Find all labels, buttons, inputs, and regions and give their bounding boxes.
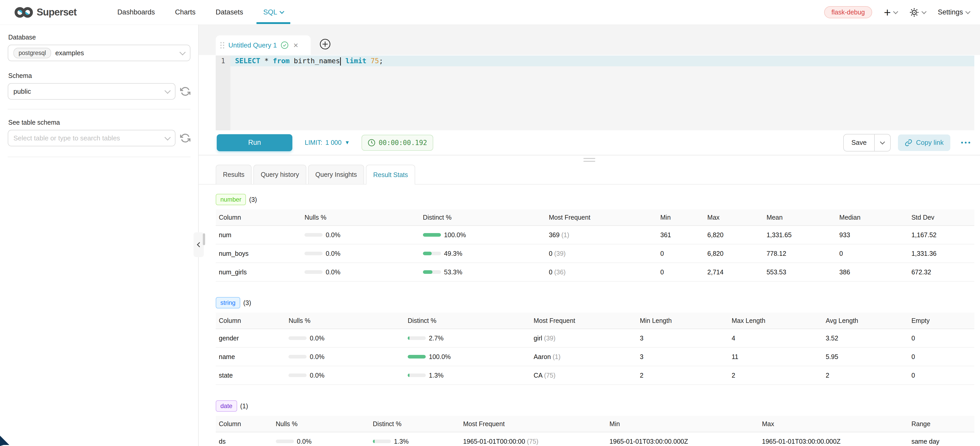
distinct-percent-label: 2.7% [429, 334, 444, 342]
resize-handle[interactable] [584, 158, 595, 164]
settings-menu[interactable]: Settings [938, 8, 970, 16]
close-icon[interactable]: × [293, 42, 298, 49]
nav-item-label: Dashboards [118, 8, 155, 16]
save-dropdown-button[interactable] [874, 134, 890, 151]
sql-editor[interactable]: 1 SELECT * from birth_names limit 75; [216, 55, 974, 131]
refresh-tables-button[interactable] [180, 133, 191, 143]
refresh-icon [180, 133, 191, 143]
table-row: gender0.0%2.7%girl (39)343.520 [216, 329, 974, 347]
most-frequent-count: (1) [560, 231, 570, 239]
schema-select[interactable]: public [8, 83, 175, 100]
distinct-bar [423, 233, 441, 237]
sql-token [366, 57, 371, 65]
gutter-line-number: 1 [216, 56, 231, 66]
cell-column: ds [216, 432, 273, 446]
most-frequent-value: 369 [549, 231, 560, 239]
cell-max_length: 2 [729, 366, 822, 385]
new-tab-button[interactable] [319, 38, 331, 50]
cell-distinct: 49.3% [420, 244, 546, 263]
cell-std_dev: 1,167.52 [908, 226, 974, 244]
theme-toggle[interactable] [909, 8, 926, 17]
query-tab-strip: Untitled Query 1 × [199, 25, 980, 55]
distinct-percent-label: 100.0% [444, 231, 466, 239]
stats-table: ColumnNulls %Distinct %Most FrequentMinM… [216, 209, 974, 282]
database-select[interactable]: postgresql examples [8, 45, 191, 61]
nulls-bar [304, 233, 323, 237]
cell-most_frequent: girl (39) [530, 329, 637, 347]
column-count: (3) [249, 196, 257, 203]
column-count: (1) [240, 402, 248, 410]
limit-label: LIMIT: [305, 139, 322, 147]
sql-token: from [273, 57, 290, 65]
nav-item-charts[interactable]: Charts [175, 8, 196, 16]
stats-sections: number(3)ColumnNulls %Distinct %Most Fre… [216, 194, 974, 446]
nulls-percent-label: 0.0% [310, 353, 325, 361]
nav-item-label: Datasets [216, 8, 243, 16]
cell-min: 0 [657, 244, 704, 263]
settings-label: Settings [938, 8, 963, 16]
most-frequent-count: (1) [551, 353, 561, 360]
distinct-bar [373, 440, 391, 443]
cell-distinct: 1.3% [370, 432, 460, 446]
superset-logo[interactable]: Superset [14, 6, 76, 18]
drag-handle-icon[interactable] [220, 42, 224, 49]
cell-mean: 553.53 [764, 263, 836, 281]
result-tab-results[interactable]: Results [216, 165, 251, 184]
type-badge: number [216, 194, 246, 205]
nulls-bar [288, 373, 307, 377]
distinct-percent-label: 1.3% [429, 372, 444, 379]
app-header: Superset DashboardsChartsDatasetsSQL fla… [0, 0, 980, 25]
nav-item-sql[interactable]: SQL [263, 8, 283, 16]
stats-section-string: string(3)ColumnNulls %Distinct %Most Fre… [216, 297, 974, 385]
scrollbar-thumb[interactable] [203, 233, 205, 245]
run-button[interactable]: Run [217, 134, 292, 151]
cell-empty: 0 [908, 366, 974, 385]
cell-max: 6,820 [704, 226, 763, 244]
chevron-down-icon [280, 9, 284, 14]
plus-circle-icon [319, 38, 331, 50]
database-engine-tag: postgresql [13, 48, 51, 58]
cell-column: name [216, 347, 285, 366]
refresh-icon [180, 86, 191, 97]
table-row: num0.0%100.0%369 (1)3616,8201,331.659331… [216, 226, 974, 244]
editor-toolbar: Run LIMIT: 1 000 ▼ 00:00:00.192 Save [199, 131, 980, 155]
elapsed-time: 00:00:00.192 [379, 139, 427, 147]
cell-std_dev: 1,331.36 [908, 244, 974, 263]
nulls-percent-label: 0.0% [297, 438, 312, 445]
refresh-schemas-button[interactable] [180, 86, 191, 97]
sql-token: limit [345, 57, 366, 65]
environment-badge: flask-debug [824, 6, 872, 18]
nav-item-dashboards[interactable]: Dashboards [118, 8, 155, 16]
query-tab[interactable]: Untitled Query 1 × [216, 35, 311, 55]
more-options-button[interactable] [959, 139, 973, 146]
distinct-bar-fill [408, 336, 409, 340]
column-header-column: Column [216, 209, 301, 226]
save-button[interactable]: Save [844, 134, 874, 151]
cell-empty: 0 [908, 347, 974, 366]
cell-most_frequent: 0 (39) [546, 244, 657, 263]
result-tab-query-insights[interactable]: Query Insights [308, 165, 364, 184]
distinct-percent-label: 49.3% [444, 250, 462, 257]
brand-wordmark: Superset [37, 7, 76, 18]
result-tab-query-history[interactable]: Query history [253, 165, 306, 184]
cell-nulls: 0.0% [285, 329, 404, 347]
nav-item-label: Charts [175, 8, 196, 16]
table-select[interactable]: Select table or type to search tables [8, 130, 175, 147]
query-tab-title: Untitled Query 1 [228, 41, 277, 49]
limit-dropdown[interactable]: LIMIT: 1 000 ▼ [305, 139, 350, 147]
new-item-button[interactable]: + [884, 7, 898, 18]
result-tab-result-stats[interactable]: Result Stats [366, 165, 415, 185]
nulls-bar [304, 252, 323, 255]
nav-item-datasets[interactable]: Datasets [216, 8, 243, 16]
copy-link-button[interactable]: Copy link [898, 134, 950, 151]
cell-distinct: 100.0% [420, 226, 546, 244]
plus-icon: + [884, 7, 891, 18]
column-header-mean: Mean [764, 209, 836, 226]
cell-column: num [216, 226, 301, 244]
column-header-avg_length: Avg Length [822, 312, 908, 329]
column-header-most_frequent: Most Frequent [530, 312, 637, 329]
sidebar-collapse-button[interactable] [194, 232, 204, 257]
schema-value: public [13, 88, 31, 96]
column-header-most_frequent: Most Frequent [460, 416, 606, 432]
most-frequent-count: (39) [542, 334, 555, 342]
